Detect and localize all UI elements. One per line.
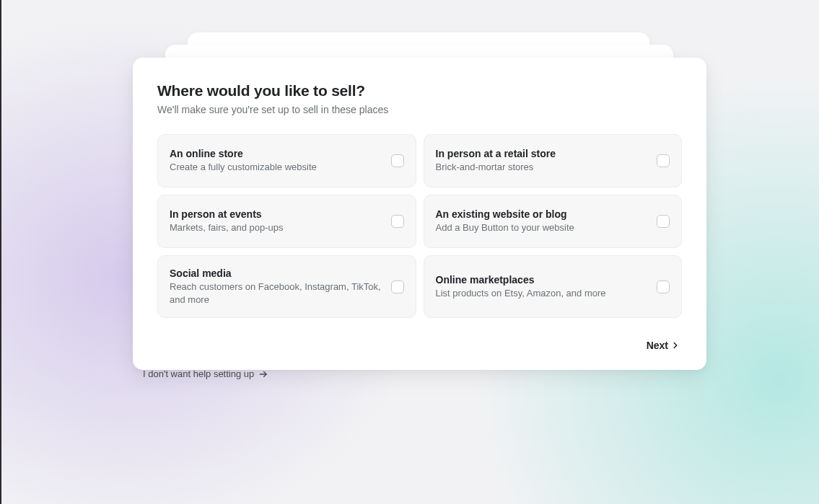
option-text: An online store Create a fully customiza… — [170, 148, 325, 174]
next-label: Next — [647, 340, 668, 351]
option-desc: Reach customers on Facebook, Instagram, … — [170, 280, 382, 306]
option-title: In person at a retail store — [436, 148, 556, 159]
skip-setup-link[interactable]: I don't want help setting up — [143, 368, 268, 379]
onboarding-card: Where would you like to sell? We'll make… — [133, 58, 706, 370]
option-title: In person at events — [170, 208, 284, 220]
option-text: An existing website or blog Add a Buy Bu… — [436, 208, 583, 234]
checkbox[interactable] — [391, 154, 404, 167]
page-title: Where would you like to sell? — [157, 82, 682, 100]
next-button[interactable]: Next — [645, 335, 682, 355]
option-desc: Add a Buy Button to your website — [436, 221, 574, 234]
page-subtitle: We'll make sure you're set up to sell in… — [157, 104, 682, 115]
option-desc: Brick-and-mortar stores — [436, 161, 556, 174]
checkbox[interactable] — [391, 215, 404, 228]
option-social-media[interactable]: Social media Reach customers on Facebook… — [157, 255, 416, 318]
options-grid: An online store Create a fully customiza… — [157, 134, 682, 318]
chevron-right-icon — [670, 340, 680, 350]
option-text: In person at a retail store Brick-and-mo… — [436, 148, 565, 174]
checkbox[interactable] — [657, 154, 670, 167]
option-title: An online store — [170, 148, 317, 159]
checkbox[interactable] — [657, 280, 670, 293]
option-title: Online marketplaces — [436, 274, 606, 286]
option-desc: Markets, fairs, and pop-ups — [170, 221, 284, 234]
checkbox[interactable] — [391, 280, 404, 293]
option-online-store[interactable]: An online store Create a fully customiza… — [157, 134, 416, 187]
option-desc: Create a fully customizable website — [170, 161, 317, 174]
option-text: Online marketplaces List products on Ets… — [436, 274, 615, 300]
arrow-right-icon — [258, 369, 268, 379]
option-events[interactable]: In person at events Markets, fairs, and … — [157, 195, 416, 248]
skip-label: I don't want help setting up — [143, 368, 254, 379]
option-text: Social media Reach customers on Facebook… — [170, 268, 391, 306]
option-retail-store[interactable]: In person at a retail store Brick-and-mo… — [424, 134, 683, 187]
option-marketplaces[interactable]: Online marketplaces List products on Ets… — [424, 255, 683, 318]
option-title: Social media — [170, 268, 382, 279]
checkbox[interactable] — [657, 215, 670, 228]
card-footer: Next — [157, 335, 682, 355]
option-desc: List products on Etsy, Amazon, and more — [436, 287, 606, 300]
option-existing-website[interactable]: An existing website or blog Add a Buy Bu… — [424, 195, 683, 248]
option-text: In person at events Markets, fairs, and … — [170, 208, 292, 234]
option-title: An existing website or blog — [436, 208, 574, 220]
